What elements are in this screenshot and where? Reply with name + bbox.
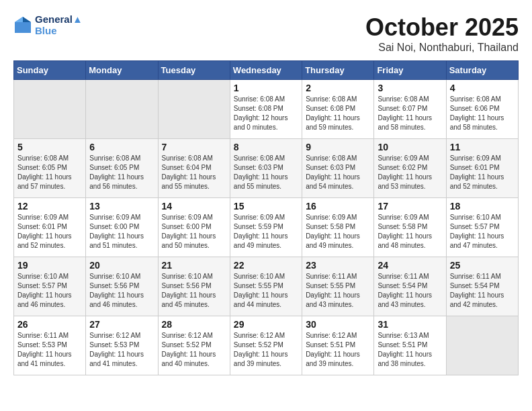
calendar-day-18: 18Sunrise: 6:10 AM Sunset: 5:57 PM Dayli… xyxy=(446,198,518,257)
weekday-header-saturday: Saturday xyxy=(446,61,518,80)
day-number: 29 xyxy=(234,319,298,330)
day-info: Sunrise: 6:09 AM Sunset: 6:01 PM Dayligh… xyxy=(450,154,515,191)
calendar-day-6: 6Sunrise: 6:08 AM Sunset: 6:05 PM Daylig… xyxy=(86,139,158,198)
day-info: Sunrise: 6:08 AM Sunset: 6:03 PM Dayligh… xyxy=(306,154,370,191)
calendar-day-22: 22Sunrise: 6:10 AM Sunset: 5:55 PM Dayli… xyxy=(230,257,302,316)
calendar-day-10: 10Sunrise: 6:09 AM Sunset: 6:02 PM Dayli… xyxy=(374,139,446,198)
day-info: Sunrise: 6:09 AM Sunset: 6:00 PM Dayligh… xyxy=(89,213,154,250)
calendar-day-30: 30Sunrise: 6:12 AM Sunset: 5:51 PM Dayli… xyxy=(302,316,374,375)
calendar-table: SundayMondayTuesdayWednesdayThursdayFrid… xyxy=(13,60,519,375)
calendar-day-2: 2Sunrise: 6:08 AM Sunset: 6:08 PM Daylig… xyxy=(302,80,374,139)
day-number: 10 xyxy=(378,142,442,152)
weekday-header-thursday: Thursday xyxy=(302,61,374,80)
day-info: Sunrise: 6:11 AM Sunset: 5:55 PM Dayligh… xyxy=(306,272,370,310)
logo-icon xyxy=(13,15,32,34)
day-info: Sunrise: 6:11 AM Sunset: 5:53 PM Dayligh… xyxy=(17,331,82,369)
day-number: 31 xyxy=(378,319,442,330)
calendar-day-21: 21Sunrise: 6:10 AM Sunset: 5:56 PM Dayli… xyxy=(158,257,230,316)
day-info: Sunrise: 6:12 AM Sunset: 5:52 PM Dayligh… xyxy=(234,331,298,369)
day-info: Sunrise: 6:08 AM Sunset: 6:07 PM Dayligh… xyxy=(378,95,442,132)
day-number: 7 xyxy=(162,142,226,152)
day-number: 19 xyxy=(17,260,82,271)
day-number: 20 xyxy=(89,260,154,271)
day-number: 14 xyxy=(162,201,226,212)
weekday-header-tuesday: Tuesday xyxy=(158,61,230,80)
day-number: 15 xyxy=(234,201,298,212)
day-info: Sunrise: 6:10 AM Sunset: 5:55 PM Dayligh… xyxy=(234,272,298,310)
day-number: 11 xyxy=(450,142,515,152)
day-number: 8 xyxy=(234,142,298,152)
day-number: 26 xyxy=(17,319,82,330)
day-number: 25 xyxy=(450,260,515,271)
location-subtitle: Sai Noi, Nonthaburi, Thailand xyxy=(365,42,519,54)
calendar-day-14: 14Sunrise: 6:09 AM Sunset: 6:00 PM Dayli… xyxy=(158,198,230,257)
day-info: Sunrise: 6:09 AM Sunset: 5:58 PM Dayligh… xyxy=(306,213,370,250)
day-number: 18 xyxy=(450,201,515,212)
day-info: Sunrise: 6:10 AM Sunset: 5:57 PM Dayligh… xyxy=(450,213,515,250)
day-info: Sunrise: 6:13 AM Sunset: 5:51 PM Dayligh… xyxy=(378,331,442,369)
calendar-empty-cell xyxy=(158,80,230,139)
calendar-day-17: 17Sunrise: 6:09 AM Sunset: 5:58 PM Dayli… xyxy=(374,198,446,257)
calendar-day-16: 16Sunrise: 6:09 AM Sunset: 5:58 PM Dayli… xyxy=(302,198,374,257)
month-title: October 2025 xyxy=(365,13,519,42)
weekday-header-friday: Friday xyxy=(374,61,446,80)
day-info: Sunrise: 6:10 AM Sunset: 5:56 PM Dayligh… xyxy=(162,272,226,310)
calendar-day-19: 19Sunrise: 6:10 AM Sunset: 5:57 PM Dayli… xyxy=(14,257,86,316)
calendar-week-row: 26Sunrise: 6:11 AM Sunset: 5:53 PM Dayli… xyxy=(14,316,519,375)
calendar-week-row: 19Sunrise: 6:10 AM Sunset: 5:57 PM Dayli… xyxy=(14,257,519,316)
day-number: 5 xyxy=(17,142,82,152)
calendar-week-row: 5Sunrise: 6:08 AM Sunset: 6:05 PM Daylig… xyxy=(14,139,519,198)
calendar-day-11: 11Sunrise: 6:09 AM Sunset: 6:01 PM Dayli… xyxy=(446,139,518,198)
calendar-day-28: 28Sunrise: 6:12 AM Sunset: 5:52 PM Dayli… xyxy=(158,316,230,375)
svg-marker-2 xyxy=(15,17,23,22)
day-number: 4 xyxy=(450,83,515,93)
day-number: 16 xyxy=(306,201,370,212)
title-section: October 2025 Sai Noi, Nonthaburi, Thaila… xyxy=(365,13,519,54)
day-info: Sunrise: 6:12 AM Sunset: 5:53 PM Dayligh… xyxy=(89,331,154,369)
day-number: 24 xyxy=(378,260,442,271)
svg-marker-1 xyxy=(23,17,31,22)
day-info: Sunrise: 6:08 AM Sunset: 6:04 PM Dayligh… xyxy=(162,154,226,191)
calendar-header-row: SundayMondayTuesdayWednesdayThursdayFrid… xyxy=(14,61,519,80)
day-info: Sunrise: 6:11 AM Sunset: 5:54 PM Dayligh… xyxy=(378,272,442,310)
calendar-day-27: 27Sunrise: 6:12 AM Sunset: 5:53 PM Dayli… xyxy=(86,316,158,375)
weekday-header-sunday: Sunday xyxy=(14,61,86,80)
calendar-day-13: 13Sunrise: 6:09 AM Sunset: 6:00 PM Dayli… xyxy=(86,198,158,257)
day-info: Sunrise: 6:09 AM Sunset: 5:58 PM Dayligh… xyxy=(378,213,442,250)
calendar-empty-cell xyxy=(14,80,86,139)
day-info: Sunrise: 6:09 AM Sunset: 6:01 PM Dayligh… xyxy=(17,213,82,250)
day-number: 6 xyxy=(89,142,154,152)
day-info: Sunrise: 6:11 AM Sunset: 5:54 PM Dayligh… xyxy=(450,272,515,310)
calendar-day-4: 4Sunrise: 6:08 AM Sunset: 6:06 PM Daylig… xyxy=(446,80,518,139)
day-info: Sunrise: 6:10 AM Sunset: 5:57 PM Dayligh… xyxy=(17,272,82,310)
day-number: 28 xyxy=(162,319,226,330)
day-info: Sunrise: 6:08 AM Sunset: 6:08 PM Dayligh… xyxy=(234,95,298,132)
day-info: Sunrise: 6:12 AM Sunset: 5:51 PM Dayligh… xyxy=(306,331,370,369)
day-info: Sunrise: 6:12 AM Sunset: 5:52 PM Dayligh… xyxy=(162,331,226,369)
logo: General▲ Blue xyxy=(13,13,83,36)
calendar-day-15: 15Sunrise: 6:09 AM Sunset: 5:59 PM Dayli… xyxy=(230,198,302,257)
weekday-header-wednesday: Wednesday xyxy=(230,61,302,80)
page-header: General▲ Blue October 2025 Sai Noi, Nont… xyxy=(13,13,519,54)
calendar-day-29: 29Sunrise: 6:12 AM Sunset: 5:52 PM Dayli… xyxy=(230,316,302,375)
calendar-week-row: 12Sunrise: 6:09 AM Sunset: 6:01 PM Dayli… xyxy=(14,198,519,257)
day-number: 13 xyxy=(89,201,154,212)
calendar-day-9: 9Sunrise: 6:08 AM Sunset: 6:03 PM Daylig… xyxy=(302,139,374,198)
day-info: Sunrise: 6:10 AM Sunset: 5:56 PM Dayligh… xyxy=(89,272,154,310)
calendar-day-26: 26Sunrise: 6:11 AM Sunset: 5:53 PM Dayli… xyxy=(14,316,86,375)
calendar-day-24: 24Sunrise: 6:11 AM Sunset: 5:54 PM Dayli… xyxy=(374,257,446,316)
calendar-empty-cell xyxy=(86,80,158,139)
calendar-day-7: 7Sunrise: 6:08 AM Sunset: 6:04 PM Daylig… xyxy=(158,139,230,198)
day-number: 30 xyxy=(306,319,370,330)
day-info: Sunrise: 6:08 AM Sunset: 6:08 PM Dayligh… xyxy=(306,95,370,132)
calendar-week-row: 1Sunrise: 6:08 AM Sunset: 6:08 PM Daylig… xyxy=(14,80,519,139)
calendar-day-1: 1Sunrise: 6:08 AM Sunset: 6:08 PM Daylig… xyxy=(230,80,302,139)
day-number: 9 xyxy=(306,142,370,152)
calendar-day-20: 20Sunrise: 6:10 AM Sunset: 5:56 PM Dayli… xyxy=(86,257,158,316)
day-number: 22 xyxy=(234,260,298,271)
calendar-day-3: 3Sunrise: 6:08 AM Sunset: 6:07 PM Daylig… xyxy=(374,80,446,139)
day-info: Sunrise: 6:09 AM Sunset: 5:59 PM Dayligh… xyxy=(234,213,298,250)
day-info: Sunrise: 6:08 AM Sunset: 6:05 PM Dayligh… xyxy=(89,154,154,191)
weekday-header-monday: Monday xyxy=(86,61,158,80)
day-number: 17 xyxy=(378,201,442,212)
